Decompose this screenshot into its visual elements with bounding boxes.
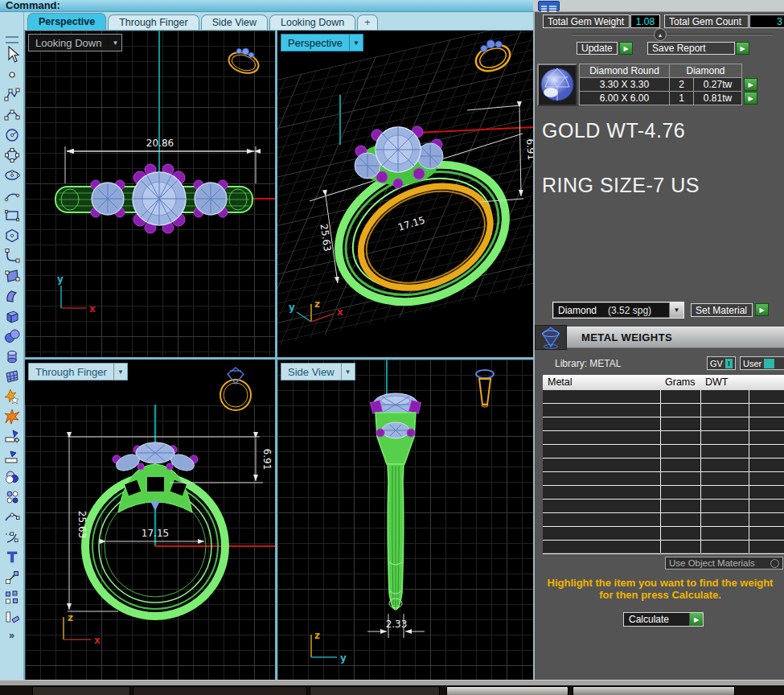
axis-label-z: z — [68, 612, 73, 623]
gem-thumbnail[interactable] — [537, 64, 577, 106]
tab-perspective[interactable]: Perspective — [27, 13, 106, 30]
taskbar-item[interactable] — [310, 686, 440, 695]
dropdown-arrow-icon[interactable]: ▼ — [669, 302, 683, 318]
viewport-label-side-view[interactable]: Side View ▼ — [281, 363, 355, 380]
viewport-label-perspective[interactable]: Perspective ▼ — [281, 34, 363, 51]
metal-table-row[interactable] — [543, 486, 784, 500]
update-go-button[interactable]: ▶ — [619, 42, 633, 55]
metal-table-row[interactable] — [543, 431, 784, 445]
orient-icon[interactable] — [2, 608, 22, 627]
split-icon[interactable] — [2, 447, 22, 466]
gem-count-cell[interactable]: 2 — [669, 77, 694, 92]
dropdown-arrow-icon[interactable]: ▼ — [349, 35, 363, 51]
gem-report-tab-icon[interactable] — [538, 1, 560, 11]
taskb ar-item[interactable] — [133, 686, 307, 695]
user-button[interactable]: User — [740, 356, 784, 370]
toolbar-drag-handle[interactable] — [6, 36, 18, 43]
ring-preview-icon — [476, 370, 494, 407]
metal-table-row[interactable] — [543, 472, 784, 486]
dropdown-arrow-icon[interactable]: ▼ — [341, 364, 355, 380]
collapse-panel-button[interactable]: ▲ — [654, 28, 667, 41]
taskbar-item[interactable] — [32, 686, 130, 695]
ellipse-icon[interactable] — [2, 166, 22, 184]
taskbar-item[interactable] — [446, 686, 569, 695]
arc-icon[interactable] — [2, 186, 22, 204]
move-icon[interactable] — [2, 568, 22, 586]
sphere-icon[interactable] — [2, 327, 22, 345]
axis-label-y: y — [289, 302, 295, 313]
tab-side-view[interactable]: Side View — [201, 14, 268, 30]
point-on-curve-icon[interactable] — [2, 508, 22, 526]
gv-button[interactable]: GVI — [707, 356, 736, 370]
metal-weights-header[interactable]: METAL WEIGHTS — [535, 327, 784, 348]
adjust-curve-icon[interactable] — [2, 528, 22, 546]
status-strip — [0, 680, 784, 685]
set-material-go-button[interactable]: ▶ — [755, 303, 769, 316]
circle-icon[interactable] — [2, 146, 22, 164]
metal-table-row[interactable] — [543, 500, 784, 513]
metal-table-row[interactable] — [543, 390, 784, 404]
material-dropdown[interactable]: Diamond (3.52 spg) ▼ — [552, 302, 684, 319]
control-point-curve-icon[interactable] — [2, 85, 22, 104]
text-icon[interactable]: T — [2, 548, 22, 566]
metal-table-row[interactable] — [543, 404, 784, 417]
tab-looking-down[interactable]: Looking Down — [269, 14, 355, 30]
gem-weight-cell[interactable]: 0.81tw — [693, 91, 742, 105]
metal-table-row[interactable] — [543, 541, 784, 554]
save-report-button[interactable]: Save Report — [647, 42, 735, 55]
gem-size-cell[interactable]: 6.00 X 6.00 — [579, 91, 670, 105]
viewport-label-looking-down[interactable]: Looking Down ▼ — [28, 34, 122, 51]
play-icon: ▶ — [748, 95, 753, 102]
explode-icon[interactable] — [2, 407, 22, 426]
add-viewport-tab[interactable]: + — [357, 14, 377, 30]
copy-array-icon[interactable] — [2, 588, 22, 607]
box-icon[interactable] — [2, 306, 22, 325]
update-button[interactable]: Update — [577, 42, 618, 55]
tab-through-finger[interactable]: Through Finger — [108, 14, 199, 30]
single-point-icon[interactable] — [2, 65, 22, 84]
gem-size-cell[interactable]: 3.30 X 3.30 — [579, 77, 670, 92]
interpolate-curve-icon[interactable] — [2, 105, 22, 124]
metal-table-row[interactable] — [543, 513, 784, 527]
taskbar-item[interactable] — [573, 686, 735, 695]
more-tools-icon[interactable]: » — [9, 630, 14, 641]
rectangle-icon[interactable] — [2, 206, 22, 224]
curved-surface-icon[interactable] — [2, 286, 22, 305]
dropdown-arrow-icon[interactable]: ▼ — [113, 364, 127, 380]
viewport-label-through-finger[interactable]: Through Finger ▼ — [28, 363, 128, 380]
gem-weight-cell[interactable]: 0.27tw — [693, 77, 742, 92]
metal-table-row[interactable] — [543, 417, 784, 431]
set-material-button[interactable]: Set Material — [691, 303, 753, 317]
polygon-icon[interactable] — [2, 226, 22, 245]
dropdown-arrow-icon[interactable]: ▼ — [108, 35, 121, 51]
right-panel-tabstrip — [533, 0, 784, 12]
surface-corner-icon[interactable] — [2, 266, 22, 285]
select-pointer-icon[interactable] — [2, 45, 22, 64]
surface-grid-icon[interactable] — [2, 367, 22, 385]
metal-table-row[interactable] — [543, 459, 784, 472]
viewport-perspective[interactable]: 6.91 25.63 17.15 z y x — [277, 30, 535, 358]
use-object-materials-toggle[interactable]: Use Object Materials — [665, 557, 783, 570]
metal-table-row[interactable] — [543, 527, 784, 541]
metal-table-row[interactable] — [543, 445, 784, 459]
fillet-curve-icon[interactable] — [2, 246, 22, 265]
gem-row-go-button[interactable]: ▶ — [744, 78, 757, 91]
taskbar — [0, 685, 784, 695]
boolean-union-icon[interactable] — [2, 467, 22, 486]
viewport-side-view[interactable]: 2.33 z y Side View ▼ — [277, 359, 535, 681]
command-bar[interactable]: Command: — [0, 0, 533, 12]
save-report-go-button[interactable]: ▶ — [736, 42, 749, 55]
trim-icon[interactable] — [2, 427, 22, 446]
circle-center-icon[interactable] — [2, 125, 22, 144]
gem-row-go-button[interactable]: ▶ — [744, 92, 757, 105]
dimension-label: 17.15 — [396, 214, 426, 232]
viewport-through-finger[interactable]: 17.15 25.63 6.91 z x — [24, 359, 276, 681]
cylinder-icon[interactable] — [2, 347, 22, 365]
gem-count-cell[interactable]: 1 — [669, 91, 694, 105]
viewport-looking-down[interactable]: 20.86 y x Looking Down ▼ — [24, 30, 276, 358]
object-dots-icon[interactable] — [2, 487, 22, 506]
play-icon: ▶ — [759, 306, 764, 314]
axis-label-x: x — [89, 303, 96, 315]
boolean-star-icon[interactable] — [2, 387, 22, 405]
calculate-button[interactable]: Calculate ▶ — [623, 612, 704, 627]
